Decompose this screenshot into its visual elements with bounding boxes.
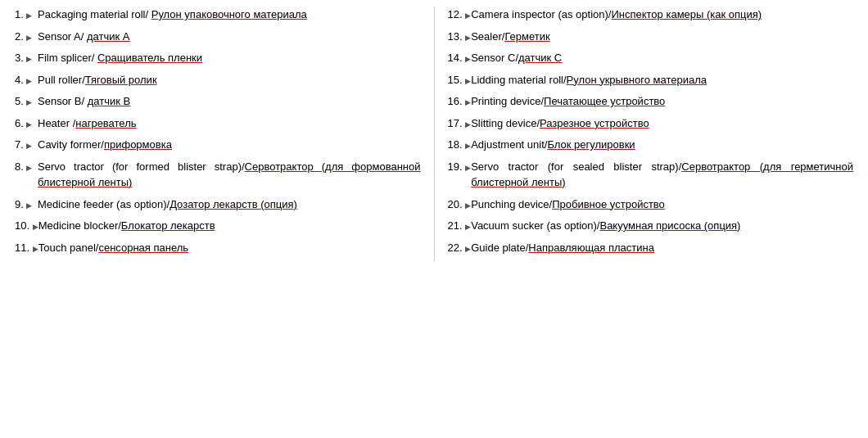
item-content: Guide plate/Направляющая пластина [471,240,853,256]
item-content: Heater /нагреватель [38,115,421,132]
list-item: 20. ▶Punching device/Пробивное устройств… [448,196,854,213]
item-content: Pull roller/Тяговый ролик [38,72,421,88]
list-item: 15. ▶Lidding material roll/Рулон укрывно… [448,72,854,88]
item-en-text: Touch panel/ [38,242,99,254]
item-en-text: Punching device/ [471,198,552,210]
list-item: 18. ▶Adjustment unit/Блок регулировки [448,137,854,153]
item-number: 22. ▶ [448,240,472,256]
item-ru-text: приформовка [104,138,172,151]
item-ru-text: Герметик [504,30,549,43]
item-en-text: Sealer/ [471,30,504,43]
item-en-text: Servo tractor (for formed blister strap)… [38,160,245,173]
list-item: 16. ▶Printing device/Печатающее устройст… [448,93,854,110]
item-number: 16. ▶ [448,93,472,110]
item-ru-text: Вакуумная присоска (опция) [599,219,740,232]
item-number: 17. ▶ [448,115,472,132]
list-item: 22. ▶Guide plate/Направляющая пластина [448,240,854,256]
item-content: Medicine feeder (as option)/Дозатор лека… [38,196,421,213]
item-en-text: Servo tractor (for sealed blister strap)… [471,160,681,173]
item-content: Printing device/Печатающее устройство [471,93,853,110]
item-content: Sealer/Герметик [471,29,853,45]
list-item: 3. ▶Film splicer/ Сращиватель пленки [15,50,421,66]
item-ru-text: Печатающее устройство [544,95,665,107]
list-item: 13. ▶Sealer/Герметик [448,29,854,45]
item-number: 7. ▶ [15,137,38,153]
list-item: 11. ▶Touch panel/сенсорная панель [15,240,421,256]
item-en-text: Adjustment unit/ [471,138,547,151]
list-item: 19. ▶Servo tractor (for sealed blister s… [448,159,854,191]
item-en-text: Guide plate/ [471,242,528,254]
item-ru-text: Разрезное устройство [540,117,649,129]
item-en-text: Medicine blocker/ [38,219,121,232]
item-ru-text: Пробивное устройство [552,198,665,210]
item-en-text: Packaging material roll/ [38,8,151,20]
item-en-text: Sensor C/ [471,52,518,64]
item-number: 6. ▶ [15,115,38,132]
item-content: Punching device/Пробивное устройство [471,196,853,213]
item-content: Lidding material roll/Рулон укрывного ма… [471,72,853,88]
item-en-text: Sensor A/ [38,30,87,43]
item-content: Servo tractor (for formed blister strap)… [38,159,421,191]
item-number: 9. ▶ [15,196,38,213]
item-number: 19. ▶ [448,159,472,175]
item-en-text: Vacuum sucker (as option)/ [471,219,599,232]
item-content: Adjustment unit/Блок регулировки [471,137,853,153]
item-en-text: Medicine feeder (as option)/ [38,198,170,210]
item-number: 15. ▶ [448,72,472,88]
item-content: Sensor B/ датчик В [38,93,421,110]
item-content: Film splicer/ Сращиватель пленки [38,50,421,66]
item-en-text: Film splicer/ [38,52,97,64]
list-item: 1. ▶Packaging material roll/ Рулон упако… [15,7,421,23]
item-number: 21. ▶ [448,218,472,234]
list-item: 2. ▶Sensor A/ датчик А [15,29,421,45]
list-item: 10. ▶Medicine blocker/Блокатор лекарств [15,218,421,234]
item-number: 12. ▶ [448,7,472,23]
item-en-text: Lidding material roll/ [471,74,566,86]
list-item: 9. ▶Medicine feeder (as option)/Дозатор … [15,196,421,213]
item-ru-text: датчик В [88,95,131,107]
right-column: 12. ▶Camera inspector (as option)/Инспек… [435,7,861,261]
list-item: 8. ▶Servo tractor (for formed blister st… [15,159,421,191]
item-ru-text: Рулон упаковочного материала [151,8,307,20]
item-ru-text: Тяговый ролик [85,74,157,86]
item-number: 1. ▶ [15,7,38,23]
item-number: 3. ▶ [15,50,38,66]
item-en-text: Heater / [38,117,75,129]
item-ru-text: датчик А [87,30,130,43]
list-item: 14. ▶Sensor C/датчик С [448,50,854,66]
item-ru-text: Блокатор лекарств [121,219,215,232]
item-ru-text: Сращиватель пленки [97,52,202,64]
item-number: 4. ▶ [15,72,38,88]
item-number: 2. ▶ [15,29,38,45]
item-number: 5. ▶ [15,93,38,110]
item-content: Servo tractor (for sealed blister strap)… [471,159,853,191]
list-item: 4. ▶Pull roller/Тяговый ролик [15,72,421,88]
item-ru-text: Дозатор лекарств (опция) [170,198,297,210]
item-content: Cavity former/приформовка [38,137,421,153]
item-content: Slitting device/Разрезное устройство [471,115,853,132]
item-en-text: Printing device/ [471,95,544,107]
item-en-text: Slitting device/ [471,117,540,129]
list-item: 7. ▶Cavity former/приформовка [15,137,421,153]
item-number: 13. ▶ [448,29,472,45]
item-en-text: Sensor B/ [38,95,88,107]
item-ru-text: Направляющая пластина [528,242,654,254]
item-ru-text: Рулон укрывного материала [567,74,707,86]
item-number: 14. ▶ [448,50,472,66]
list-item: 21. ▶Vacuum sucker (as option)/Вакуумная… [448,218,854,234]
item-number: 20. ▶ [448,196,472,213]
item-content: Touch panel/сенсорная панель [38,240,421,256]
list-item: 12. ▶Camera inspector (as option)/Инспек… [448,7,854,23]
item-ru-text: Блок регулировки [547,138,635,151]
item-content: Medicine blocker/Блокатор лекарств [38,218,421,234]
left-column: 1. ▶Packaging material roll/ Рулон упако… [8,7,435,261]
item-en-text: Pull roller/ [38,74,85,86]
main-container: 1. ▶Packaging material roll/ Рулон упако… [0,0,868,268]
list-item: 6. ▶Heater /нагреватель [15,115,421,132]
item-number: 10. ▶ [15,218,38,234]
item-ru-text: датчик С [518,52,562,64]
item-number: 18. ▶ [448,137,472,153]
item-content: Vacuum sucker (as option)/Вакуумная прис… [471,218,853,234]
list-item: 5. ▶Sensor B/ датчик В [15,93,421,110]
item-ru-text: сенсорная панель [98,242,188,254]
